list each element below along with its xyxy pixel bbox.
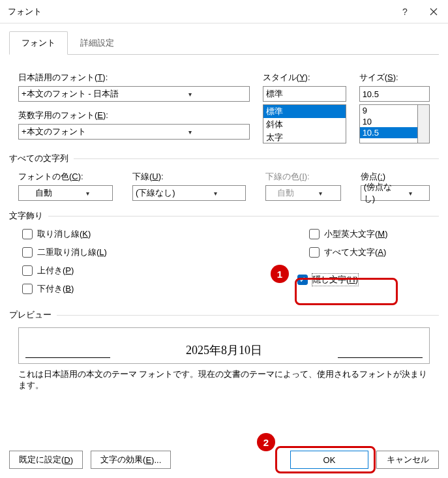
chevron-down-icon: ▾ [303,190,338,197]
effects-group-label: 文字飾り [9,210,43,222]
list-item[interactable]: 10 [360,116,417,127]
preview-group-label: プレビュー [9,309,52,321]
allchars-group-label: すべての文字列 [9,153,68,164]
list-item[interactable]: 9 [360,105,417,116]
tab-advanced[interactable]: 詳細設定 [68,31,127,55]
jp-font-value: +本文のフォント - 日本語 [22,88,134,100]
set-default-button[interactable]: 既定に設定(D) [9,451,83,469]
style-listbox[interactable]: 標準 斜体 太字 [263,104,346,143]
latin-font-value: +本文のフォント [22,126,134,138]
style-input[interactable]: 標準 [263,86,346,102]
emphasis-combo[interactable]: (傍点なし) ▾ [361,185,430,201]
size-label: サイズ(S): [359,72,430,83]
preview-box: 2025年8月10日 [18,327,430,364]
help-button[interactable]: ? [391,0,419,23]
latin-font-label: 英数字用のフォント(E): [18,110,250,121]
checkbox-icon [22,229,33,239]
cancel-button[interactable]: キャンセル [376,451,439,469]
underline-label: 下線(U): [132,171,246,183]
smallcaps-checkbox[interactable]: 小型英大文字(M) [309,228,388,240]
hidden-checkbox[interactable]: 隠し文字(H) [297,274,388,286]
preview-note: これは日本語用の本文のテーマ フォントです。現在の文書のテーマによって、使用され… [9,369,439,391]
scrollbar[interactable] [418,104,430,143]
checkbox-icon [22,265,33,276]
style-label: スタイル(Y): [263,72,346,83]
jp-font-label: 日本語用のフォント(T): [18,72,250,83]
checkbox-icon [309,229,320,239]
close-button[interactable] [419,0,448,23]
tabs: フォント 詳細設定 [9,31,439,55]
close-icon [430,8,438,16]
chevron-down-icon: ▾ [65,190,109,197]
double-strikethrough-checkbox[interactable]: 二重取り消し線(L) [22,246,218,258]
strikethrough-checkbox[interactable]: 取り消し線(K) [22,228,218,240]
underline-color-combo: 自動 ▾ [265,185,341,201]
checkbox-icon [22,247,33,258]
window-title: フォント [8,6,391,18]
subscript-checkbox[interactable]: 下付き(B) [22,283,218,295]
titlebar: フォント ? [0,0,448,23]
ok-button[interactable]: OK [290,451,368,469]
text-effects-button[interactable]: 文字の効果(E)... [91,451,171,469]
list-item[interactable]: 10.5 [360,127,417,138]
tab-font[interactable]: フォント [9,31,68,55]
callout-2-badge: 2 [257,433,275,451]
chevron-down-icon: ▾ [395,190,426,197]
chevron-down-icon: ▾ [134,91,246,98]
allcaps-checkbox[interactable]: すべて大文字(A) [309,246,388,258]
size-listbox[interactable]: 9 10 10.5 [359,104,418,143]
list-item[interactable]: 太字 [263,131,346,143]
underline-combo[interactable]: (下線なし) ▾ [132,185,246,201]
chevron-down-icon: ▾ [134,128,246,136]
chevron-down-icon: ▾ [189,190,243,197]
list-item[interactable]: 斜体 [263,118,346,131]
latin-font-combo[interactable]: +本文のフォント ▾ [18,124,250,140]
checkbox-icon [22,284,33,294]
preview-text: 2025年8月10日 [186,342,262,358]
jp-font-combo[interactable]: +本文のフォント - 日本語 ▾ [18,86,250,102]
checkbox-icon [309,247,320,258]
size-input[interactable]: 10.5 [359,86,430,102]
list-item[interactable]: 標準 [263,105,346,118]
underline-color-label: 下線の色(I): [265,171,341,183]
font-color-label: フォントの色(C): [18,171,113,183]
font-color-combo[interactable]: 自動 ▾ [18,185,113,201]
checkbox-icon [297,275,308,285]
superscript-checkbox[interactable]: 上付き(P) [22,265,218,276]
